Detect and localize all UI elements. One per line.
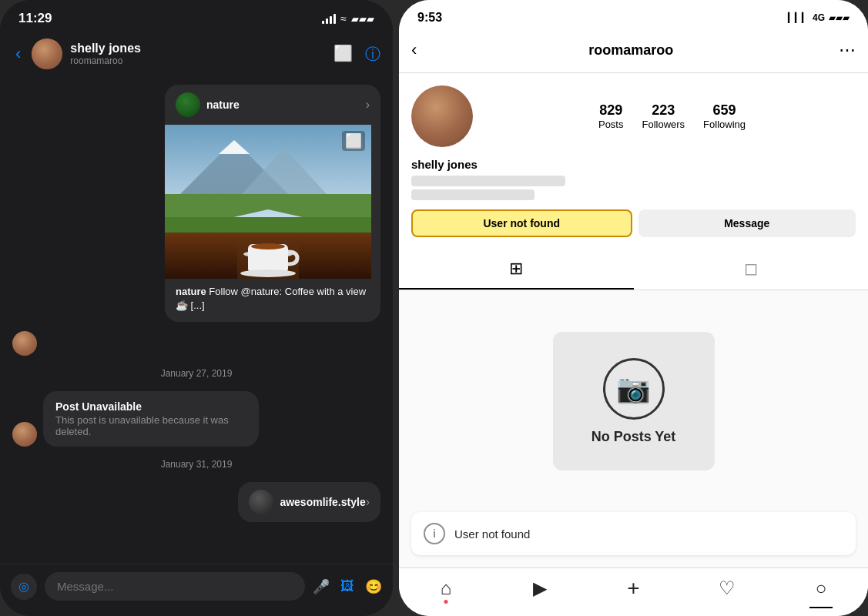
profile-back-button[interactable]: ‹ xyxy=(411,37,423,63)
user-not-found-button[interactable]: User not found xyxy=(411,209,632,237)
posts-count: 829 xyxy=(598,102,624,119)
right-battery-icon: ▰▰▰ xyxy=(829,12,850,23)
post-caption: nature Follow @nature: Coffee with a vie… xyxy=(165,279,380,322)
left-status-bar: 11:29 ≈ ▰▰▰ xyxy=(0,0,393,32)
grid-icon: ⊞ xyxy=(509,259,523,279)
input-icons: 🎤 🖼 😊 xyxy=(313,578,382,595)
nav-home[interactable]: ⌂ xyxy=(399,576,493,601)
profile-section: 829 Posts 223 Followers 659 Following sh… xyxy=(399,73,868,249)
followers-label: Followers xyxy=(642,119,685,130)
right-signal-icon: ▎▎▎ xyxy=(788,12,809,23)
video-call-icon[interactable]: ⬜ xyxy=(333,44,353,65)
landscape-svg xyxy=(165,125,371,279)
unavailable-row: Post Unavailable This post is unavailabl… xyxy=(12,391,380,447)
more-options-button[interactable]: ⋯ xyxy=(839,40,856,60)
no-posts-area: 📷 No Posts Yet xyxy=(399,290,868,512)
chevron-right-icon-2: › xyxy=(366,495,370,509)
posts-label: Posts xyxy=(598,119,624,130)
instagram-profile-panel: 9:53 ▎▎▎ 4G ▰▰▰ ‹ roomamaroo ⋯ 829 Posts… xyxy=(399,0,868,616)
wifi-icon: ≈ xyxy=(340,12,347,25)
caption-sender: nature xyxy=(176,286,206,297)
following-stat[interactable]: 659 Following xyxy=(703,102,746,130)
profile-header: ‹ roomamaroo ⋯ xyxy=(399,31,868,73)
chevron-right-icon: › xyxy=(366,98,370,112)
home-icon: ⌂ xyxy=(441,578,452,599)
right-time: 9:53 xyxy=(417,11,442,25)
svg-point-10 xyxy=(240,270,296,277)
profile-stats: 829 Posts 223 Followers 659 Following xyxy=(488,102,856,130)
bottom-nav: ⌂ ▶ + ♡ ○ xyxy=(399,567,868,616)
profile-tabs: ⊞ ◻ xyxy=(399,249,868,290)
post-header: nature › xyxy=(165,85,380,125)
followers-count: 223 xyxy=(642,102,685,119)
nav-reels[interactable]: ▶ xyxy=(493,576,587,601)
profile-bio-line-1 xyxy=(411,176,565,186)
profile-avatar xyxy=(411,85,473,147)
nav-dot xyxy=(444,600,447,604)
followers-stat[interactable]: 223 Followers xyxy=(642,102,685,130)
posts-stat: 829 Posts xyxy=(598,102,624,130)
no-posts-box: 📷 No Posts Yet xyxy=(553,332,715,470)
heart-icon: ♡ xyxy=(719,578,736,599)
profile-bio-line-2 xyxy=(411,189,535,200)
camera-button[interactable]: ◎ xyxy=(11,574,37,600)
message-row-1 xyxy=(12,331,380,356)
post-image: ⬜ xyxy=(165,125,371,279)
message-header: ‹ shelly jones roomamaroo ⬜ ⓘ xyxy=(0,32,393,79)
awesomestyle-avatar xyxy=(249,490,273,514)
post-sender-avatar xyxy=(176,92,200,117)
info-icon[interactable]: ⓘ xyxy=(365,44,380,65)
sender-avatar xyxy=(12,331,37,356)
right-status-bar: 9:53 ▎▎▎ 4G ▰▰▰ xyxy=(399,0,868,31)
tagged-tab[interactable]: ◻ xyxy=(634,249,869,290)
awesomestyle-header: awesomlife.style › xyxy=(238,482,380,522)
signal-bars-icon xyxy=(322,13,336,24)
message-input-area: ◎ 🎤 🖼 😊 xyxy=(0,564,393,616)
right-4g-label: 4G xyxy=(813,12,825,23)
tagged-icon: ◻ xyxy=(744,259,758,279)
avatar xyxy=(32,38,62,69)
unavailable-bubble[interactable]: Post Unavailable This post is unavailabl… xyxy=(43,391,259,447)
active-indicator xyxy=(809,607,833,608)
profile-username: roomamaroo xyxy=(423,42,839,59)
banner-text: User not found xyxy=(454,527,530,541)
message-button[interactable]: Message xyxy=(638,209,856,237)
left-status-icons: ≈ ▰▰▰ xyxy=(322,12,374,25)
left-time: 11:29 xyxy=(18,11,52,26)
nav-add[interactable]: + xyxy=(587,576,681,601)
grid-tab[interactable]: ⊞ xyxy=(399,249,634,290)
awesomestyle-bubble[interactable]: awesomlife.style › xyxy=(238,482,380,522)
camera-icon: ◎ xyxy=(18,579,29,594)
back-button[interactable]: ‹ xyxy=(12,41,24,67)
awesomestyle-name: awesomlife.style xyxy=(280,496,365,508)
info-circle-icon: i xyxy=(424,523,445,544)
messages-area: nature › xyxy=(0,79,393,564)
date-separator-1: January 27, 2019 xyxy=(12,365,380,382)
nav-activity[interactable]: ♡ xyxy=(680,576,774,601)
photo-icon[interactable]: 🖼 xyxy=(340,578,354,594)
unavailable-text: This post is unavailable because it was … xyxy=(55,414,246,437)
sender-avatar-2 xyxy=(12,422,37,447)
shared-post-bubble[interactable]: nature › xyxy=(165,85,380,322)
camera-no-posts-icon: 📷 xyxy=(616,373,651,405)
date-separator-2: January 31, 2019 xyxy=(12,456,380,473)
unavailable-title: Post Unavailable xyxy=(55,400,246,413)
post-sender-name: nature xyxy=(206,99,366,111)
right-status-icons: ▎▎▎ 4G ▰▰▰ xyxy=(788,12,850,23)
header-info: shelly jones roomamaroo xyxy=(70,42,326,66)
nav-profile[interactable]: ○ xyxy=(774,576,868,601)
user-not-found-banner: i User not found xyxy=(411,512,856,555)
emoji-icon[interactable]: 😊 xyxy=(365,578,382,595)
messages-panel: 11:29 ≈ ▰▰▰ ‹ shelly jones roomamaroo ⬜ … xyxy=(0,0,393,616)
microphone-icon[interactable]: 🎤 xyxy=(313,578,330,595)
message-input[interactable] xyxy=(45,572,305,601)
contact-name: shelly jones xyxy=(70,42,326,55)
profile-top: 829 Posts 223 Followers 659 Following xyxy=(411,85,856,147)
add-icon: + xyxy=(627,576,639,601)
profile-name: shelly jones xyxy=(411,158,856,171)
contact-username: roomamaroo xyxy=(70,55,326,66)
profile-actions: User not found Message xyxy=(411,209,856,237)
header-actions: ⬜ ⓘ xyxy=(333,44,380,65)
no-posts-text: No Posts Yet xyxy=(592,429,676,445)
profile-nav-icon: ○ xyxy=(816,578,827,599)
